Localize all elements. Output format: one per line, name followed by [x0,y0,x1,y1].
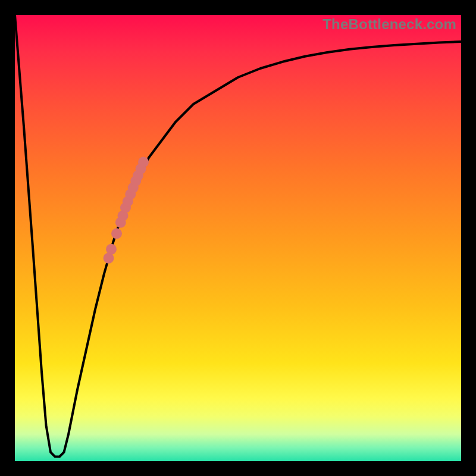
highlight-dot [138,157,149,168]
highlight-dot [111,228,122,239]
highlight-dot [106,244,117,255]
line-chart [15,15,461,461]
bottleneck-curve [15,15,461,457]
chart-frame: TheBottleneck.com [0,0,476,476]
plot-area: TheBottleneck.com [15,15,461,461]
